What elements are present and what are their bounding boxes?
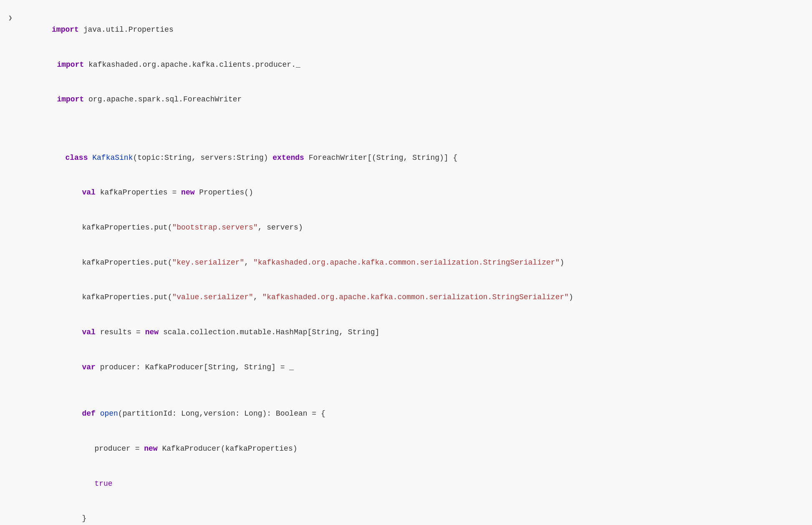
keyword-import: import (57, 61, 88, 69)
line-content: kafkaProperties.put("key.serializer", "k… (46, 245, 564, 280)
line-content: kafkaProperties.put("bootstrap.servers",… (46, 210, 303, 245)
string-literal: "kafkashaded.org.apache.kafka.common.ser… (253, 258, 560, 267)
arrow-icon: ❯ (8, 13, 13, 24)
code-text: kafkashaded.org.apache.kafka.clients.pro… (88, 61, 300, 69)
code-line-class: class KafkaSink(topic:String, servers:St… (0, 141, 812, 176)
line-content: import kafkashaded.org.apache.kafka.clie… (21, 48, 300, 83)
keyword-true: true (94, 480, 112, 488)
code-text: Properties() (199, 188, 253, 197)
code-text: kafkaProperties.put( (82, 258, 172, 267)
method-name: open (100, 409, 118, 418)
keyword-def: def (82, 409, 100, 418)
code-line-def-open: def open(partitionId: Long,version: Long… (0, 396, 812, 432)
keyword-import: import (52, 25, 83, 34)
code-text: kafkaProperties.put( (82, 223, 172, 232)
code-line-val-kafka: val kafkaProperties = new Properties() (0, 175, 812, 210)
code-text: ForeachWriter[(String, String)] { (309, 154, 457, 162)
line-content: } (46, 501, 86, 525)
code-text: scala.collection.mutable.HashMap[String,… (163, 328, 379, 336)
code-text: } (82, 514, 86, 522)
code-text: kafkaProperties = (100, 188, 181, 197)
line-content: def open(partitionId: Long,version: Long… (46, 396, 325, 432)
code-line-2: import kafkashaded.org.apache.kafka.clie… (0, 48, 812, 83)
line-content: import java.util.Properties (16, 13, 174, 48)
keyword-class: class (65, 154, 92, 162)
class-name: KafkaSink (92, 154, 133, 162)
code-text: , (253, 293, 262, 301)
code-text: org.apache.spark.sql.ForeachWriter (88, 95, 242, 103)
code-line-close-open: } (0, 501, 812, 525)
code-text: (topic:String, servers:String) (133, 154, 272, 162)
keyword-new: new (181, 188, 199, 197)
string-literal: "bootstrap.servers" (172, 223, 257, 232)
code-line-empty-3 (0, 385, 812, 397)
code-line-3: import org.apache.spark.sql.ForeachWrite… (0, 82, 812, 117)
keyword-new: new (145, 328, 163, 336)
line-content: val kafkaProperties = new Properties() (46, 175, 253, 210)
code-line-true: true (0, 467, 812, 502)
string-literal: "value.serializer" (172, 293, 253, 301)
code-line-1: ❯ import java.util.Properties (0, 13, 812, 48)
code-text: (partitionId: Long,version: Long): Boole… (118, 409, 325, 418)
line-content: val results = new scala.collection.mutab… (46, 315, 379, 350)
keyword-val: val (82, 188, 100, 197)
code-block: ❯ import java.util.Properties import kaf… (0, 8, 812, 525)
keyword-var: var (82, 363, 100, 371)
line-content: class KafkaSink(topic:String, servers:St… (29, 141, 457, 176)
keyword-import: import (57, 95, 88, 103)
keyword-new: new (144, 444, 162, 453)
code-text: producer: KafkaProducer[String, String] … (100, 363, 294, 371)
code-text: , servers) (258, 223, 303, 232)
code-text: java.util.Properties (83, 25, 174, 34)
code-text: , (244, 258, 253, 267)
code-text: ) (569, 293, 573, 301)
line-content: true (58, 467, 113, 502)
code-container: ❯ import java.util.Properties import kaf… (0, 0, 812, 525)
code-text: producer = (94, 444, 144, 453)
code-text: results = (100, 328, 145, 336)
line-content: var producer: KafkaProducer[String, Stri… (46, 350, 294, 385)
code-line-val-results: val results = new scala.collection.mutab… (0, 315, 812, 350)
code-text: KafkaProducer(kafkaProperties) (162, 444, 297, 453)
code-line-empty-2 (0, 129, 812, 141)
string-literal: "key.serializer" (172, 258, 244, 267)
code-line-put-bootstrap: kafkaProperties.put("bootstrap.servers",… (0, 210, 812, 245)
code-text: kafkaProperties.put( (82, 293, 172, 301)
line-content: producer = new KafkaProducer(kafkaProper… (58, 432, 298, 467)
keyword-extends: extends (272, 154, 308, 162)
line-content: import org.apache.spark.sql.ForeachWrite… (21, 82, 242, 117)
code-line-empty-1 (0, 117, 812, 129)
string-literal: "kafkashaded.org.apache.kafka.common.ser… (262, 293, 569, 301)
keyword-val: val (82, 328, 100, 336)
code-line-put-key: kafkaProperties.put("key.serializer", "k… (0, 245, 812, 280)
line-content: kafkaProperties.put("value.serializer", … (46, 280, 573, 315)
code-line-producer-new: producer = new KafkaProducer(kafkaProper… (0, 432, 812, 467)
code-line-var-producer: var producer: KafkaProducer[String, Stri… (0, 350, 812, 385)
code-text: ) (560, 258, 564, 267)
code-line-put-value: kafkaProperties.put("value.serializer", … (0, 280, 812, 315)
